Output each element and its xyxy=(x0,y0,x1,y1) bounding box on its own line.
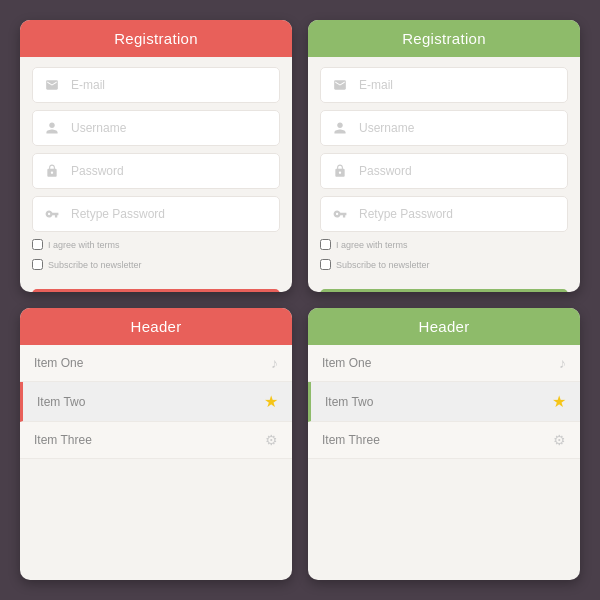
list-item-2-green[interactable]: Item Two ★ xyxy=(308,382,580,422)
card-body-red: I agree with terms Subscribe to newslett… xyxy=(20,57,292,292)
registration-card-red: Registration xyxy=(20,20,292,292)
list-card-green: Header Item One ♪ Item Two ★ Item Three … xyxy=(308,308,580,580)
registration-card-green: Registration xyxy=(308,20,580,292)
terms-checkbox-red[interactable] xyxy=(32,239,43,250)
username-input-red[interactable] xyxy=(71,121,271,135)
terms-label-red: I agree with terms xyxy=(48,240,120,250)
submit-button-red[interactable]: Submit xyxy=(32,289,280,292)
list-item-3-green[interactable]: Item Three ⚙ xyxy=(308,422,580,459)
newsletter-checkbox-green[interactable] xyxy=(320,259,331,270)
list-item-1-red[interactable]: Item One ♪ xyxy=(20,345,292,382)
email-icon-red xyxy=(41,74,63,96)
card-header-green: Registration xyxy=(308,20,580,57)
header-title-green: Registration xyxy=(402,30,486,47)
lock-icon-red xyxy=(41,160,63,182)
user-icon-green xyxy=(329,117,351,139)
list-item-3-red[interactable]: Item Three ⚙ xyxy=(20,422,292,459)
key-icon-red xyxy=(41,203,63,225)
password-field-red[interactable] xyxy=(32,153,280,189)
star-icon-red: ★ xyxy=(264,392,278,411)
key-icon-green xyxy=(329,203,351,225)
retype-input-red[interactable] xyxy=(71,207,271,221)
newsletter-label-green: Subscribe to newsletter xyxy=(336,260,430,270)
list-item-3-text-red: Item Three xyxy=(34,433,92,447)
password-field-green[interactable] xyxy=(320,153,568,189)
retype-field-green[interactable] xyxy=(320,196,568,232)
star-icon-green: ★ xyxy=(552,392,566,411)
checkboxes-red: I agree with terms Subscribe to newslett… xyxy=(32,239,280,275)
lock-icon-green xyxy=(329,160,351,182)
terms-checkbox-green[interactable] xyxy=(320,239,331,250)
list-item-1-text-green: Item One xyxy=(322,356,371,370)
terms-label-green: I agree with terms xyxy=(336,240,408,250)
retype-field-red[interactable] xyxy=(32,196,280,232)
email-icon-green xyxy=(329,74,351,96)
list-body-green: Item One ♪ Item Two ★ Item Three ⚙ xyxy=(308,345,580,580)
checkboxes-green: I agree with terms Subscribe to newslett… xyxy=(320,239,568,275)
gear-icon-green: ⚙ xyxy=(553,432,566,448)
card-body-green: I agree with terms Subscribe to newslett… xyxy=(308,57,580,292)
newsletter-row-red: Subscribe to newsletter xyxy=(32,259,280,270)
list-body-red: Item One ♪ Item Two ★ Item Three ⚙ xyxy=(20,345,292,580)
list-item-1-text-red: Item One xyxy=(34,356,83,370)
newsletter-row-green: Subscribe to newsletter xyxy=(320,259,568,270)
email-input-red[interactable] xyxy=(71,78,271,92)
header-title-red: Registration xyxy=(114,30,198,47)
terms-row-red: I agree with terms xyxy=(32,239,280,250)
terms-row-green: I agree with terms xyxy=(320,239,568,250)
submit-button-green[interactable]: Submit xyxy=(320,289,568,292)
newsletter-label-red: Subscribe to newsletter xyxy=(48,260,142,270)
email-field-red[interactable] xyxy=(32,67,280,103)
newsletter-checkbox-red[interactable] xyxy=(32,259,43,270)
list-card-red: Header Item One ♪ Item Two ★ Item Three … xyxy=(20,308,292,580)
username-input-green[interactable] xyxy=(359,121,559,135)
user-icon-red xyxy=(41,117,63,139)
list-item-2-text-green: Item Two xyxy=(325,395,373,409)
list-header-red: Header xyxy=(20,308,292,345)
music-icon-green: ♪ xyxy=(559,355,566,371)
music-icon-red: ♪ xyxy=(271,355,278,371)
list-header-title-green: Header xyxy=(419,318,470,335)
list-item-2-red[interactable]: Item Two ★ xyxy=(20,382,292,422)
list-item-3-text-green: Item Three xyxy=(322,433,380,447)
retype-input-green[interactable] xyxy=(359,207,559,221)
list-item-1-green[interactable]: Item One ♪ xyxy=(308,345,580,382)
gear-icon-red: ⚙ xyxy=(265,432,278,448)
username-field-green[interactable] xyxy=(320,110,568,146)
username-field-red[interactable] xyxy=(32,110,280,146)
email-input-green[interactable] xyxy=(359,78,559,92)
card-header-red: Registration xyxy=(20,20,292,57)
list-header-green: Header xyxy=(308,308,580,345)
list-header-title-red: Header xyxy=(131,318,182,335)
password-input-red[interactable] xyxy=(71,164,271,178)
email-field-green[interactable] xyxy=(320,67,568,103)
list-item-2-text-red: Item Two xyxy=(37,395,85,409)
password-input-green[interactable] xyxy=(359,164,559,178)
